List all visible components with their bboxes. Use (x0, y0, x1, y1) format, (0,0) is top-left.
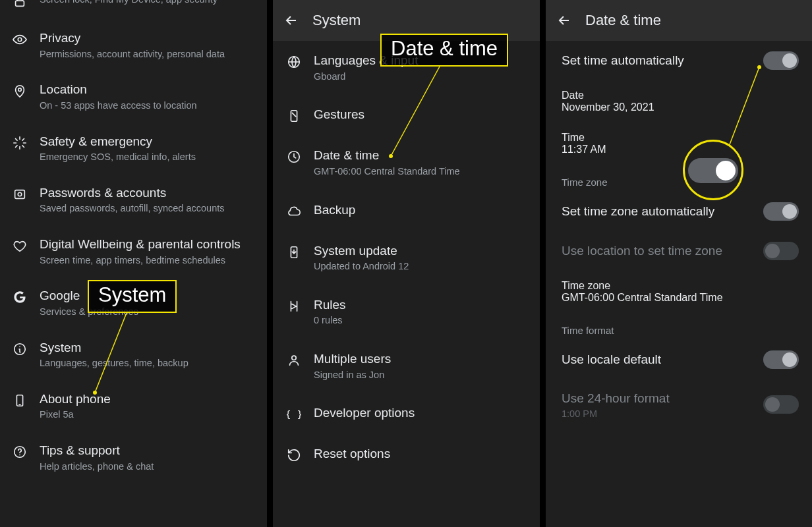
system-item-title: System update (314, 243, 527, 260)
settings-item-help[interactable]: Tips & supportHelp articles, phone & cha… (0, 432, 267, 484)
emergency-icon (12, 135, 28, 151)
system-item-update[interactable]: System updateUpdated to Android 12 (273, 231, 540, 285)
system-header: System (273, 0, 540, 41)
time-format-section-label: Time format (546, 313, 812, 340)
system-item-rules[interactable]: Rules0 rules (273, 285, 540, 339)
location-icon (12, 83, 28, 99)
system-item-cloud[interactable]: Backup (273, 190, 540, 231)
settings-item-google[interactable]: GoogleServices & preferences (0, 277, 267, 329)
settings-list-panel: Screen lock, Find My Device, app securit… (0, 0, 267, 527)
time-zone-section-label: Time zone (546, 165, 812, 192)
settings-item-info[interactable]: SystemLanguages, gestures, time, backup (0, 329, 267, 381)
use-locale-default-row[interactable]: Use locale default (546, 340, 812, 379)
key-icon (12, 186, 28, 202)
date-time-panel: Date & time Set time automatically Date … (546, 0, 812, 527)
gesture-icon (286, 108, 302, 124)
date-row[interactable]: Date November 30, 2021 (546, 80, 812, 123)
use-location-tz-row: Use location to set time zone (546, 231, 812, 271)
system-item-braces[interactable]: { }Developer options (273, 393, 540, 434)
eye-icon (12, 32, 28, 47)
settings-item-title: Tips & support (40, 443, 255, 459)
help-icon (12, 444, 28, 460)
settings-item-sub: Pixel 5a (40, 408, 255, 422)
system-item-title: Rules (314, 297, 527, 314)
svg-rect-9 (291, 111, 297, 122)
cloud-icon (286, 204, 302, 219)
person-icon (286, 352, 302, 368)
system-item-reset[interactable]: Reset options (273, 434, 540, 475)
system-item-gesture[interactable]: Gestures (273, 95, 540, 136)
update-icon (286, 244, 302, 260)
svg-rect-3 (15, 190, 25, 198)
settings-item-title: Privacy (40, 30, 255, 47)
use-locale-default-toggle[interactable] (763, 350, 799, 369)
system-item-clock[interactable]: Date & timeGMT-06:00 Central Standard Ti… (273, 136, 540, 190)
system-item-sub: Signed in as Jon (314, 369, 527, 382)
system-item-title: Gestures (314, 107, 527, 123)
svg-point-2 (18, 88, 22, 92)
use-location-tz-toggle (763, 242, 799, 260)
time-row[interactable]: Time 11:37 AM (546, 123, 812, 165)
system-panel: System Languages & inputGboardGesturesDa… (273, 0, 540, 527)
settings-item-title: System (40, 340, 255, 356)
system-item-title: Backup (314, 202, 527, 219)
system-item-sub: Gboard (314, 70, 527, 84)
back-arrow-icon[interactable] (556, 13, 572, 28)
settings-item-title: About phone (40, 391, 255, 408)
settings-item-sub: Help articles, phone & chat (40, 460, 255, 474)
rules-icon (286, 298, 302, 314)
system-item-title: Date & time (314, 148, 527, 164)
time-zone-row[interactable]: Time zone GMT-06:00 Central Standard Tim… (546, 271, 812, 313)
settings-item-title: Digital Wellbeing & parental controls (40, 236, 255, 253)
system-header-title: System (312, 12, 361, 29)
settings-item-sub: Services & preferences (40, 306, 255, 319)
system-item-sub: Updated to Android 12 (314, 260, 527, 273)
settings-item-title: Google (40, 288, 255, 304)
settings-item-lock[interactable]: Screen lock, Find My Device, app securit… (0, 0, 267, 20)
system-item-title: Multiple users (314, 351, 527, 368)
settings-item-title: Location (40, 82, 255, 98)
system-item-title: Reset options (314, 446, 527, 462)
braces-icon: { } (286, 406, 302, 422)
settings-item-title: Safety & emergency (40, 134, 255, 150)
svg-point-12 (292, 356, 296, 360)
set-tz-auto-row[interactable]: Set time zone automatically (546, 192, 812, 231)
lock-icon (12, 0, 28, 9)
highlight-large-toggle (688, 158, 738, 183)
use-24h-row: Use 24-hour format 1:00 PM (546, 379, 812, 430)
settings-item-sub: Screen time, app timers, bedtime schedul… (40, 254, 255, 267)
settings-item-sub: Emergency SOS, medical info, alerts (40, 151, 255, 164)
svg-text:{ }: { } (287, 408, 301, 420)
date-time-header-title: Date & time (585, 12, 661, 29)
settings-item-key[interactable]: Passwords & accountsSaved passwords, aut… (0, 175, 267, 226)
back-arrow-icon[interactable] (283, 13, 299, 28)
use-24h-toggle (763, 395, 799, 414)
globe-icon (286, 54, 302, 70)
wellbeing-icon (12, 238, 28, 254)
settings-item-phone[interactable]: About phonePixel 5a (0, 381, 267, 432)
settings-item-sub: Permissions, account activity, personal … (40, 48, 255, 61)
google-icon (12, 289, 28, 305)
svg-point-4 (18, 192, 22, 196)
date-time-header: Date & time (546, 0, 812, 41)
settings-item-sub: Screen lock, Find My Device, app securit… (40, 0, 255, 7)
svg-rect-0 (16, 1, 24, 6)
settings-item-emergency[interactable]: Safety & emergencyEmergency SOS, medical… (0, 123, 267, 175)
settings-item-sub: Languages, gestures, time, backup (40, 357, 255, 370)
system-item-person[interactable]: Multiple usersSigned in as Jon (273, 339, 540, 393)
system-item-globe[interactable]: Languages & inputGboard (273, 41, 540, 95)
settings-item-eye[interactable]: PrivacyPermissions, account activity, pe… (0, 20, 267, 71)
system-item-sub: GMT-06:00 Central Standard Time (314, 165, 527, 179)
settings-item-location[interactable]: LocationOn - 53 apps have access to loca… (0, 71, 267, 123)
info-icon (12, 341, 28, 357)
settings-item-sub: Saved passwords, autofill, synced accoun… (40, 202, 255, 215)
set-time-automatically-row[interactable]: Set time automatically (546, 41, 812, 80)
system-item-title: Developer options (314, 405, 527, 422)
settings-item-wellbeing[interactable]: Digital Wellbeing & parental controlsScr… (0, 226, 267, 277)
set-tz-auto-toggle[interactable] (763, 202, 799, 221)
svg-point-1 (18, 38, 22, 42)
set-time-auto-toggle[interactable] (763, 51, 799, 70)
phone-icon (12, 393, 28, 408)
settings-item-sub: On - 53 apps have access to location (40, 99, 255, 113)
settings-item-title: Passwords & accounts (40, 185, 255, 202)
